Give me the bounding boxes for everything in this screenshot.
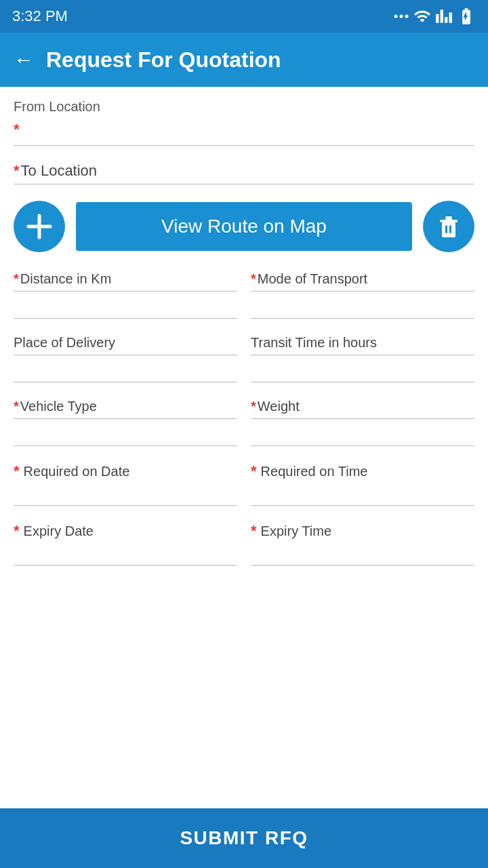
delete-button[interactable] <box>423 201 474 252</box>
add-location-button[interactable] <box>14 201 65 252</box>
transit-time-input[interactable] <box>251 358 474 382</box>
expiry-date-star: * <box>14 522 20 540</box>
svg-rect-5 <box>442 222 455 237</box>
svg-rect-7 <box>445 216 452 220</box>
svg-rect-9 <box>449 225 451 233</box>
expiry-time-star: * <box>251 522 257 540</box>
from-location-input[interactable] <box>22 117 474 141</box>
svg-rect-6 <box>440 220 458 222</box>
place-delivery-input[interactable] <box>14 358 237 382</box>
weight-req-star: * <box>251 399 256 414</box>
plus-icon <box>24 212 54 241</box>
from-location-label: From Location <box>14 99 474 115</box>
distance-input[interactable] <box>14 294 237 319</box>
map-action-row: View Route on Map <box>14 201 474 252</box>
req-date-star: * <box>14 462 20 480</box>
weight-label: Weight <box>258 399 300 414</box>
signal-icon <box>435 7 453 25</box>
required-date-time-row: * Required on Date * Required on Time <box>14 462 474 506</box>
distance-label: Distance in Km <box>20 271 112 287</box>
battery-icon <box>457 7 476 26</box>
back-button[interactable]: ← <box>14 48 34 71</box>
expiry-date-time-row: * Expiry Date * Expiry Time <box>14 522 474 566</box>
delivery-transit-row: Place of Delivery Transit Time in hours <box>14 335 474 382</box>
required-on-time-label: Required on Time <box>261 464 368 479</box>
status-icons <box>393 7 476 26</box>
vehicle-type-input[interactable] <box>14 422 237 446</box>
form-container: From Location * * To Location View Route… <box>0 87 488 663</box>
svg-point-2 <box>405 15 409 18</box>
expiry-time-field: * Expiry Time <box>251 522 474 566</box>
transit-time-field: Transit Time in hours <box>251 335 474 382</box>
place-delivery-field: Place of Delivery <box>14 335 237 382</box>
transit-time-label: Transit Time in hours <box>251 335 377 350</box>
to-location-required-star: * <box>14 162 20 180</box>
svg-rect-8 <box>445 225 447 233</box>
distance-transport-row: * Distance in Km * Mode of Transport <box>14 271 474 319</box>
from-location-label-text: From Location <box>14 99 100 114</box>
trash-icon <box>435 213 462 240</box>
place-delivery-label: Place of Delivery <box>14 335 115 350</box>
status-bar: 3:32 PM <box>0 0 488 33</box>
vehicle-type-field: * Vehicle Type <box>14 399 237 446</box>
app-header: ← Request For Quotation <box>0 33 488 87</box>
view-route-button[interactable]: View Route on Map <box>76 202 412 251</box>
mode-req-star: * <box>251 271 256 287</box>
mode-transport-input[interactable] <box>251 294 474 319</box>
to-location-field: * To Location <box>14 162 474 184</box>
distance-field: * Distance in Km <box>14 271 237 319</box>
from-location-field: From Location * <box>14 99 474 146</box>
vehicle-weight-row: * Vehicle Type * Weight <box>14 399 474 446</box>
svg-point-0 <box>394 15 398 18</box>
submit-rfq-button[interactable]: SUBMIT RFQ <box>0 808 488 868</box>
mode-transport-field: * Mode of Transport <box>251 271 474 319</box>
page-title: Request For Quotation <box>46 47 281 73</box>
expiry-date-label: Expiry Date <box>24 524 94 539</box>
dots-icon <box>393 8 409 24</box>
distance-req-star: * <box>14 271 19 287</box>
mode-transport-label: Mode of Transport <box>258 271 367 287</box>
vehicle-type-label: Vehicle Type <box>20 399 97 414</box>
wifi-icon <box>413 7 431 25</box>
from-location-required-star: * <box>14 121 20 138</box>
status-time: 3:32 PM <box>12 7 68 25</box>
to-location-label: To Location <box>21 162 98 180</box>
expiry-date-field: * Expiry Date <box>14 522 237 566</box>
weight-input[interactable] <box>251 422 474 446</box>
expiry-time-label: Expiry Time <box>261 524 331 539</box>
required-on-time-field: * Required on Time <box>251 462 474 506</box>
svg-point-1 <box>400 15 403 18</box>
required-on-date-label: Required on Date <box>24 464 130 479</box>
required-on-date-field: * Required on Date <box>14 462 237 506</box>
weight-field: * Weight <box>251 399 474 446</box>
vehicle-req-star: * <box>14 399 19 414</box>
req-time-star: * <box>251 462 257 480</box>
